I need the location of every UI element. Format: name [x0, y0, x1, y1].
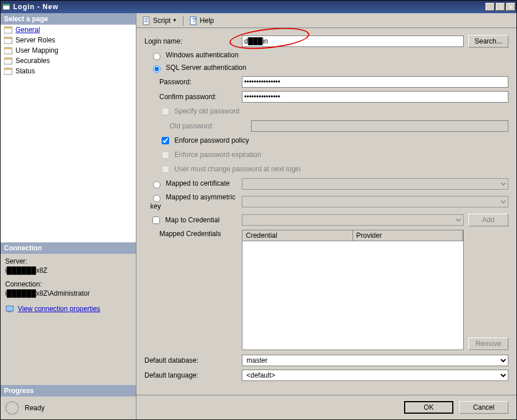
default-db-select[interactable]: master: [242, 355, 508, 366]
form-area: Login name: Search... Windows authentica…: [136, 28, 516, 395]
spinner-icon: [5, 401, 19, 415]
credentials-grid-header: Credential Provider: [242, 230, 464, 241]
svg-rect-7: [4, 48, 12, 49]
cancel-button[interactable]: Cancel: [459, 401, 508, 414]
left-pane: Select a page General Server Roles User …: [1, 13, 136, 419]
page-list: General Server Roles User Mapping Secura…: [1, 25, 136, 242]
credential-select: [242, 214, 464, 226]
progress-row: Ready: [1, 397, 136, 419]
progress-status: Ready: [25, 404, 45, 412]
page-selector-header: Select a page: [1, 13, 136, 25]
titlebar: Login - New _ □ ×: [1, 1, 516, 13]
col-credential: Credential: [242, 230, 353, 241]
connection-label: Connection:: [5, 280, 131, 288]
svg-rect-1: [3, 4, 10, 6]
server-label: Server:: [5, 257, 131, 265]
server-value: i██████x8Z: [5, 266, 131, 274]
page-icon: [4, 57, 13, 65]
toolbar: Script ▼ ? Help: [136, 13, 516, 28]
script-button[interactable]: Script ▼: [140, 15, 179, 26]
login-name-label: Login name:: [144, 37, 242, 45]
chevron-down-icon: ▼: [173, 18, 177, 23]
default-db-label: Default database:: [144, 356, 242, 364]
page-icon: [4, 26, 13, 34]
default-lang-label: Default language:: [144, 371, 242, 379]
connection-info: Server: i██████x8Z Connection: i██████x8…: [1, 254, 136, 318]
minimize-button[interactable]: _: [485, 3, 495, 11]
page-item-status[interactable]: Status: [1, 66, 136, 76]
old-password-label: Old password:: [144, 122, 251, 130]
windows-auth-radio[interactable]: Windows authentication: [144, 51, 238, 60]
svg-rect-9: [4, 58, 12, 60]
script-icon: [142, 16, 151, 25]
mapped-credentials-label: Mapped Credentials: [144, 230, 242, 238]
page-icon: [4, 37, 13, 44]
svg-rect-12: [6, 306, 13, 311]
confirm-password-label: Confirm password:: [144, 93, 242, 101]
connection-header: Connection: [1, 242, 136, 254]
right-pane: Script ▼ ? Help Login name: Search... Wi…: [136, 13, 516, 419]
col-provider: Provider: [353, 230, 464, 241]
map-credential-checkbox[interactable]: Map to Credential: [144, 215, 242, 226]
help-button[interactable]: ? Help: [187, 15, 217, 26]
search-button[interactable]: Search...: [468, 35, 508, 48]
maximize-button[interactable]: □: [496, 3, 505, 11]
enforce-expiration-checkbox: Enforce password expiration: [144, 150, 261, 160]
old-password-input: [251, 120, 508, 132]
page-icon: [4, 68, 13, 75]
progress-header: Progress: [1, 385, 136, 397]
close-button[interactable]: ×: [506, 3, 515, 11]
password-label: Password:: [144, 78, 242, 86]
asym-select: [242, 196, 508, 207]
svg-rect-14: [143, 17, 149, 25]
mapped-cert-radio[interactable]: Mapped to certificate: [144, 179, 242, 189]
window: Login - New _ □ × Select a page General …: [0, 0, 517, 420]
confirm-password-input[interactable]: [242, 91, 508, 103]
page-item-securables[interactable]: Securables: [1, 56, 136, 66]
window-title: Login - New: [13, 3, 484, 11]
svg-text:?: ?: [192, 17, 196, 25]
page-item-user-mapping[interactable]: User Mapping: [1, 45, 136, 56]
page-item-server-roles[interactable]: Server Roles: [1, 35, 136, 45]
page-icon: [4, 47, 13, 54]
svg-rect-5: [4, 37, 12, 39]
credentials-grid: [242, 241, 464, 350]
must-change-checkbox: User must change password at next login: [144, 164, 300, 175]
login-name-input[interactable]: [242, 36, 464, 47]
add-button: Add: [468, 214, 508, 226]
mapped-asym-radio[interactable]: Mapped to asymmetric key: [144, 193, 242, 210]
password-input[interactable]: [242, 76, 508, 88]
ok-button[interactable]: OK: [404, 401, 453, 414]
sql-auth-radio[interactable]: SQL Server authentication: [144, 64, 246, 73]
cert-select: [242, 178, 508, 190]
dialog-footer: OK Cancel: [136, 395, 516, 419]
default-lang-select[interactable]: <default>: [242, 370, 508, 381]
svg-rect-11: [4, 68, 12, 70]
help-icon: ?: [189, 16, 198, 25]
view-connection-link[interactable]: View connection properties: [18, 305, 100, 313]
connection-value: i██████x8Z\Administrator: [5, 289, 131, 297]
svg-rect-13: [8, 311, 11, 312]
enforce-policy-checkbox[interactable]: Enforce password policy: [144, 135, 249, 146]
remove-button: Remove: [468, 337, 508, 350]
specify-old-checkbox: Specify old password: [144, 106, 240, 117]
svg-rect-3: [4, 27, 12, 29]
page-item-general[interactable]: General: [1, 25, 136, 35]
app-icon: [2, 2, 11, 11]
connection-icon: [5, 304, 14, 313]
